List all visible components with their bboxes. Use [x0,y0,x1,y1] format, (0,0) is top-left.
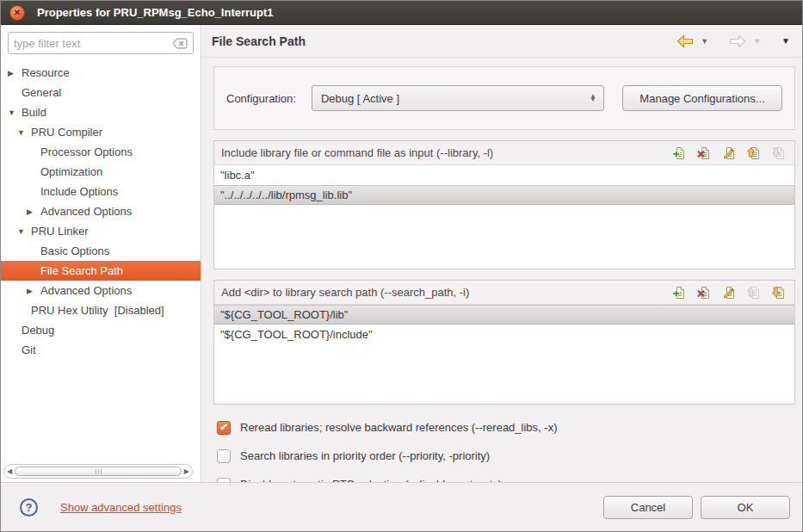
linker-checkbox-group: Reread libraries; resolve backward refer… [213,405,795,482]
move-down-button[interactable] [772,286,786,300]
tree-item-pru-hex-utility-disabled[interactable]: PRU Hex Utility [Disabled] [1,300,201,320]
tree-expander-icon[interactable]: ▼ [17,128,31,137]
tree-expander-icon[interactable]: ▶ [27,207,40,216]
tree-item-file-search-path[interactable]: File Search Path [1,261,201,281]
move-up-button[interactable] [747,286,761,300]
dialog-footer: ? Show advanced settings Cancel OK [1,482,802,531]
checkbox-row[interactable]: Reread libraries; resolve backward refer… [217,413,795,442]
tree-item-pru-compiler[interactable]: ▼ PRU Compiler [1,122,201,142]
help-icon[interactable]: ? [20,498,38,517]
tree-item-include-options[interactable]: Include Options [1,182,201,201]
configuration-group: Configuration: Debug [ Active ] ▲▼ Manag… [213,66,795,130]
library-files-title: Include library file or command file as … [221,146,493,159]
tree-item-label: PRU Compiler [31,126,102,139]
cancel-button[interactable]: Cancel [603,496,693,519]
checkbox-row[interactable]: Disable automatic RTS selection (--disab… [217,470,795,482]
tree-expander-icon[interactable]: ▶ [27,287,40,295]
view-menu-icon[interactable]: ▼ [781,36,790,46]
tree-item-label: PRU Hex Utility [Disabled] [31,304,164,317]
scroll-left-icon[interactable]: ◀ [7,468,12,475]
move-down-button[interactable] [772,146,786,160]
forward-arrow-icon[interactable] [729,34,746,48]
configuration-select[interactable]: Debug [ Active ] ▲▼ [312,85,604,111]
checkbox-label: Search libraries in priority order (--pr… [240,449,490,462]
manage-configurations-button[interactable]: Manage Configurations... [622,85,782,111]
tree-item-advanced-options[interactable]: ▶ Advanced Options [1,201,201,221]
checkbox[interactable] [217,449,231,463]
tree-item-processor-options[interactable]: Processor Options [1,142,201,162]
library-files-header: Include library file or command file as … [214,141,794,165]
delete-file-button[interactable] [697,146,711,160]
close-icon[interactable]: ✕ [9,5,25,21]
scrollbar-thumb[interactable] [15,467,182,476]
tree-item-label: Resource [22,66,70,79]
tree-item-label: Include Options [40,185,118,198]
scrollbar-grip-icon [96,469,102,474]
show-advanced-settings-link[interactable]: Show advanced settings [60,501,182,514]
tree-expander-icon[interactable]: ▼ [8,108,22,117]
page-title: File Search Path [212,34,306,48]
filter-input[interactable] [14,37,172,50]
library-files-items: "libc.a""../../../../../lib/rpmsg_lib.li… [214,165,794,269]
tree-expander-icon[interactable]: ▼ [17,227,31,236]
properties-tree: ▶ Resource General ▼ Build ▼ PRU Compile… [1,63,201,360]
list-item[interactable]: "libc.a" [214,165,794,185]
tree-item-optimization[interactable]: Optimization [1,162,201,182]
tree-item-label: PRU Linker [31,225,88,238]
sidebar-horizontal-scrollbar[interactable]: ◀ ▶ [3,464,193,479]
library-files-list: Include library file or command file as … [213,140,795,269]
combo-spinner-icon: ▲▼ [590,95,596,102]
tree-item-advanced-options[interactable]: ▶ Advanced Options [1,281,201,300]
tree-item-label: General [22,86,61,99]
add-dir-button[interactable] [672,286,686,300]
edit-file-button[interactable] [722,146,736,160]
title-bar[interactable]: ✕ Properties for PRU_RPMsg_Echo_Interrup… [1,1,802,25]
search-path-list: Add <dir> to library search path (--sear… [213,280,795,405]
search-path-title: Add <dir> to library search path (--sear… [221,286,469,299]
edit-dir-button[interactable] [722,286,736,300]
tree-item-label: Basic Options [40,244,109,257]
properties-sidebar: ▶ Resource General ▼ Build ▼ PRU Compile… [1,25,201,482]
tree-item-resource[interactable]: ▶ Resource [1,63,201,83]
list-item[interactable]: "../../../../../lib/rpmsg_lib.lib" [214,185,794,205]
tree-item-label: Advanced Options [40,284,132,297]
tree-item-general[interactable]: General [1,83,201,102]
tree-item-git[interactable]: Git [1,340,201,360]
tree-item-label: Advanced Options [40,205,132,218]
checkbox-row[interactable]: Search libraries in priority order (--pr… [217,442,795,470]
back-arrow-icon[interactable] [676,34,694,48]
search-path-header: Add <dir> to library search path (--sear… [214,281,794,305]
tree-item-pru-linker[interactable]: ▼ PRU Linker [1,221,201,241]
tree-item-label: Optimization [40,165,102,178]
tree-item-label: Debug [22,324,54,337]
tree-item-build[interactable]: ▼ Build [1,102,201,122]
ok-button[interactable]: OK [701,496,790,519]
move-up-button[interactable] [747,146,761,160]
tree-item-debug[interactable]: Debug [1,320,201,340]
forward-history-dropdown-icon[interactable]: ▼ [753,37,761,46]
clear-filter-icon[interactable] [172,38,188,49]
panel-header: File Search Path ▼ ▼ ▼ [201,25,802,58]
add-file-button[interactable] [672,146,686,160]
configuration-label: Configuration: [226,92,296,105]
tree-item-label: File Search Path [40,264,123,277]
checkbox-label: Reread libraries; resolve backward refer… [240,421,557,434]
window-title: Properties for PRU_RPMsg_Echo_Interrupt1 [37,6,274,19]
properties-dialog: ✕ Properties for PRU_RPMsg_Echo_Interrup… [0,0,803,532]
file-search-path-panel: File Search Path ▼ ▼ ▼ [201,25,802,482]
configuration-value: Debug [ Active ] [321,92,399,105]
filter-box[interactable] [8,32,194,54]
tree-item-basic-options[interactable]: Basic Options [1,241,201,261]
tree-expander-icon[interactable]: ▶ [8,69,22,77]
list-item[interactable]: "${CG_TOOL_ROOT}/lib" [214,305,794,325]
delete-dir-button[interactable] [697,286,711,300]
list-item[interactable]: "${CG_TOOL_ROOT}/include" [214,325,794,344]
tree-item-label: Processor Options [40,145,133,158]
scroll-right-icon[interactable]: ▶ [184,468,189,475]
tree-item-label: Build [22,106,46,119]
search-path-items: "${CG_TOOL_ROOT}/lib""${CG_TOOL_ROOT}/in… [214,305,794,404]
back-history-dropdown-icon[interactable]: ▼ [701,37,708,46]
checkbox[interactable] [217,421,231,435]
tree-item-label: Git [22,343,36,356]
